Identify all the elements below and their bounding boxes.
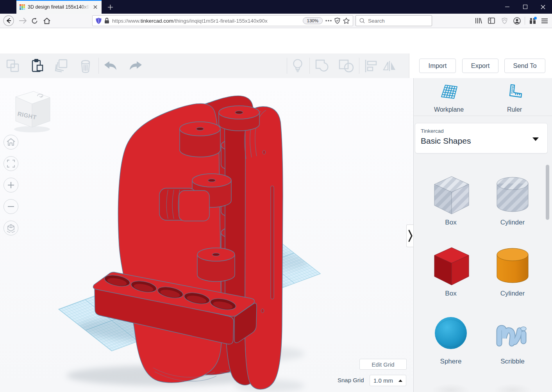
small-box — [159, 188, 209, 221]
show-hide-bulb-button[interactable] — [289, 57, 306, 75]
workplane-tool[interactable]: Workplane — [425, 83, 472, 113]
ruler-tool[interactable]: Ruler — [491, 83, 538, 113]
lock-icon[interactable] — [104, 18, 109, 24]
reload-button[interactable] — [29, 14, 40, 28]
category-title: Basic Shapes — [421, 136, 471, 146]
ruler-icon — [505, 83, 524, 102]
copy-button[interactable] — [4, 57, 21, 75]
browser-window: 3D design firetail 155x140x90X1 — [0, 0, 552, 392]
shape-category-dropdown[interactable]: Tinkercad Basic Shapes — [415, 123, 548, 153]
search-bar[interactable]: Search — [355, 15, 432, 26]
3d-scene[interactable] — [0, 78, 413, 392]
shape-box-hole[interactable]: Box — [422, 172, 480, 226]
category-kicker: Tinkercad — [421, 128, 444, 134]
home-button[interactable] — [41, 14, 52, 28]
workplane-icon — [439, 83, 459, 102]
close-button[interactable] — [534, 0, 552, 14]
align-button[interactable] — [363, 57, 380, 75]
send-to-button[interactable]: Send To — [504, 59, 545, 73]
new-tab-button[interactable] — [106, 3, 114, 11]
ungroup-button[interactable] — [338, 57, 355, 75]
paste-button[interactable] — [29, 57, 46, 75]
tinkercad-favicon — [20, 4, 25, 10]
snap-grid-label: Snap Grid — [338, 377, 364, 383]
library-icon[interactable] — [474, 14, 483, 28]
snap-grid-select[interactable]: 1.0 mm — [370, 375, 406, 386]
tinkercad-header: TIN KER CAD firetail skateboard What's N… — [0, 28, 552, 53]
gallery-scrollbar[interactable] — [546, 165, 549, 220]
browser-tab[interactable]: 3D design firetail 155x140x90X1 — [16, 0, 102, 14]
duplicate-button[interactable] — [53, 57, 70, 75]
shape-cylinder-solid[interactable]: Cylinder — [483, 243, 542, 298]
right-slab-slot — [271, 186, 274, 299]
forward-button[interactable] — [17, 14, 28, 28]
minimize-button[interactable] — [498, 0, 516, 14]
notification-dot — [534, 17, 537, 20]
maximize-button[interactable] — [516, 0, 534, 14]
perspective-toggle-button[interactable] — [4, 221, 18, 235]
mirror-button[interactable] — [382, 57, 399, 75]
edit-grid-button[interactable]: Edit Grid — [359, 359, 407, 370]
account-icon[interactable] — [512, 14, 522, 28]
page-actions-icon[interactable] — [325, 20, 332, 21]
import-button[interactable]: Import — [419, 59, 456, 73]
delete-button[interactable] — [77, 57, 94, 75]
home-view-button[interactable] — [4, 135, 18, 150]
url-bar[interactable]: https://www.tinkercad.com/things/inqiqt1… — [92, 15, 353, 26]
toolbar-separator — [525, 17, 525, 25]
view-cube[interactable]: RIGHT — [9, 88, 53, 135]
window-controls — [498, 0, 552, 14]
shape-cylinder-hole[interactable]: Cylinder — [483, 172, 542, 226]
top-cylinder — [219, 106, 259, 131]
zoom-out-button[interactable] — [4, 199, 18, 214]
back-button[interactable] — [2, 14, 15, 28]
zoom-in-button[interactable] — [4, 178, 18, 192]
bookmark-star-icon[interactable] — [343, 18, 350, 24]
design-toolbar: Import Export Send To — [0, 53, 552, 78]
tracking-protection-shield-icon[interactable] — [96, 18, 102, 24]
shape-sphere[interactable]: Sphere — [422, 313, 480, 365]
browser-navbar: https://www.tinkercad.com/things/inqiqt1… — [0, 14, 552, 28]
export-button[interactable]: Export — [462, 59, 498, 73]
fit-view-button[interactable] — [4, 156, 18, 171]
redo-button[interactable] — [127, 57, 144, 75]
zoom-level-badge[interactable]: 130% — [303, 17, 323, 24]
tab-title: 3D design firetail 155x140x90X1 — [28, 4, 89, 10]
sidebar-icon[interactable] — [487, 14, 496, 28]
caret-down-icon — [532, 137, 539, 141]
caret-up-icon — [398, 380, 402, 382]
whats-new-gift-icon[interactable] — [527, 14, 538, 28]
tab-close-icon[interactable] — [92, 4, 98, 10]
group-button[interactable] — [314, 57, 332, 75]
menu-hamburger-icon[interactable] — [539, 14, 550, 28]
undo-button[interactable] — [102, 57, 119, 75]
panel-collapse-chevron[interactable] — [406, 225, 413, 247]
search-icon — [359, 18, 365, 23]
shape-scribble[interactable]: Scribble — [483, 313, 542, 365]
shield-check-icon[interactable] — [334, 18, 340, 24]
titlebar: 3D design firetail 155x140x90X1 — [0, 0, 552, 14]
search-placeholder: Search — [368, 18, 385, 24]
3d-viewport[interactable]: RIGHT Edit Grid Snap Grid 1.0 mm — [0, 78, 413, 392]
protections-shield-icon[interactable] — [500, 14, 509, 28]
url-text: https://www.tinkercad.com/things/inqiqt1… — [112, 18, 300, 24]
shape-box-solid[interactable]: Box — [422, 243, 480, 298]
shapes-panel: Workplane Ruler Tinkercad Basic Shapes — [413, 78, 552, 392]
